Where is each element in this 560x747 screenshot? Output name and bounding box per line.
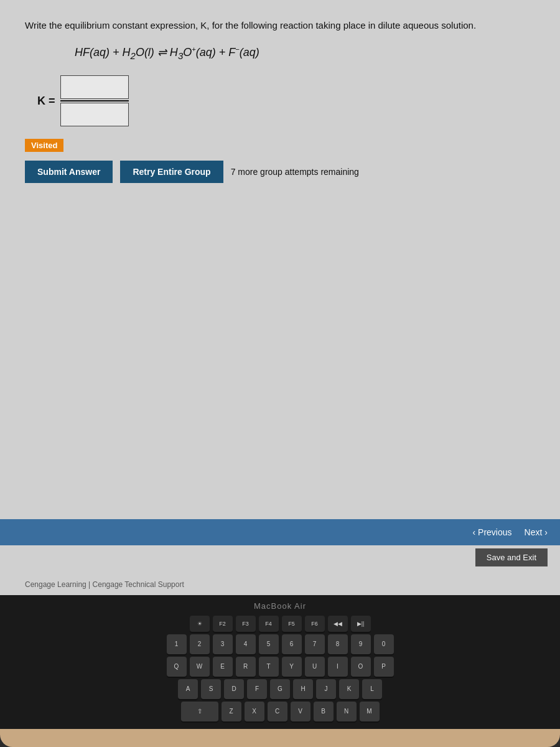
key-n[interactable]: N [337,702,357,721]
f2-key[interactable]: F2 [213,616,233,632]
previous-button[interactable]: ‹ Previous [472,527,511,537]
reaction-equation: HF(aq) + H2O(l) ⇌ H3O+(aq) + F−(aq) [75,45,535,61]
equilibrium-expression: K = [37,75,535,126]
attempts-remaining: 7 more group attempts remaining [231,167,359,177]
key-d[interactable]: D [224,679,244,699]
next-button[interactable]: Next › [525,527,548,537]
key-j[interactable]: J [316,679,336,699]
f6-key[interactable]: F6 [305,616,325,632]
key-r[interactable]: R [236,657,256,677]
key-y[interactable]: Y [282,657,302,677]
key-m[interactable]: M [360,702,380,721]
denominator-input[interactable] [60,103,129,126]
f4-key[interactable]: F4 [259,616,279,632]
key-q[interactable]: Q [167,657,187,677]
f5-key[interactable]: F5 [282,616,302,632]
fraction-input [60,75,129,126]
submit-answer-button[interactable]: Submit Answer [25,161,113,183]
key-4[interactable]: 4 [236,634,256,654]
fraction-divider [60,100,129,101]
asdf-row: A S D F G H J K L [178,679,382,699]
f6-label: F6 [311,621,318,627]
key-t[interactable]: T [259,657,279,677]
footer: Cengage Learning | Cengage Technical Sup… [25,580,184,589]
key-1[interactable]: 1 [167,634,187,654]
key-o[interactable]: O [351,657,371,677]
f2-label: F2 [219,621,226,627]
zxcv-row: ⇧ Z X C V B N M [181,702,380,721]
key-u[interactable]: U [305,657,325,677]
navigation-bar: ‹ Previous Next › [0,519,560,545]
question-instruction: Write the equilibrium constant expressio… [25,19,535,33]
key-l[interactable]: L [362,679,382,699]
key-7[interactable]: 7 [305,634,325,654]
next-label: Next [525,527,543,537]
number-key-row: 1 2 3 4 5 6 7 8 9 0 [167,634,394,654]
key-5[interactable]: 5 [259,634,279,654]
key-3[interactable]: 3 [213,634,233,654]
key-e[interactable]: E [213,657,233,677]
key-b[interactable]: B [314,702,334,721]
f5-label: F5 [288,621,295,627]
action-buttons: Submit Answer Retry Entire Group 7 more … [25,161,535,183]
key-p[interactable]: P [374,657,394,677]
previous-label: Previous [478,527,511,537]
brightness-icon: ☀ [197,621,202,627]
sun-key[interactable]: ☀ [190,616,210,632]
key-c[interactable]: C [268,702,287,721]
key-v[interactable]: V [291,702,310,721]
key-f[interactable]: F [247,679,267,699]
key-9[interactable]: 9 [351,634,371,654]
play-pause-key[interactable]: ▶|| [351,616,371,632]
chevron-left-icon: ‹ [472,527,475,537]
macbook-label: MacBook Air [254,601,306,611]
key-6[interactable]: 6 [282,634,302,654]
save-exit-bar: Save and Exit [0,545,560,570]
key-z[interactable]: Z [222,702,241,721]
technical-support-link[interactable]: Cengage Technical Support [93,580,184,589]
key-8[interactable]: 8 [328,634,348,654]
chevron-right-icon: › [544,527,548,537]
key-k[interactable]: K [339,679,359,699]
key-x[interactable]: X [245,702,264,721]
retry-entire-group-button[interactable]: Retry Entire Group [120,161,223,183]
rewind-icon: ◀◀ [334,621,342,627]
key-0[interactable]: 0 [374,634,394,654]
cengage-learning-link[interactable]: Cengage Learning [25,580,86,589]
visited-badge: Visited [25,139,63,152]
key-a[interactable]: A [178,679,198,699]
f3-key[interactable]: F3 [236,616,256,632]
f3-label: F3 [242,621,249,627]
keyboard-area: MacBook Air ☀ F2 F3 F4 F5 F6 ◀◀ [0,595,560,729]
rewind-key[interactable]: ◀◀ [328,616,348,632]
keyboard: ☀ F2 F3 F4 F5 F6 ◀◀ ▶|| [167,616,394,721]
key-w[interactable]: W [190,657,210,677]
f4-label: F4 [265,621,272,627]
key-2[interactable]: 2 [190,634,210,654]
play-pause-icon: ▶|| [357,621,365,627]
key-i[interactable]: I [328,657,348,677]
key-h[interactable]: H [293,679,313,699]
numerator-input[interactable] [60,75,129,99]
laptop-bezel [0,729,560,747]
save-and-exit-button[interactable]: Save and Exit [475,548,548,566]
key-g[interactable]: G [270,679,290,699]
function-key-row: ☀ F2 F3 F4 F5 F6 ◀◀ ▶|| [190,616,371,632]
shift-key[interactable]: ⇧ [181,702,218,721]
qwerty-row: Q W E R T Y U I O P [167,657,394,677]
key-s[interactable]: S [201,679,221,699]
k-label: K = [37,95,55,108]
